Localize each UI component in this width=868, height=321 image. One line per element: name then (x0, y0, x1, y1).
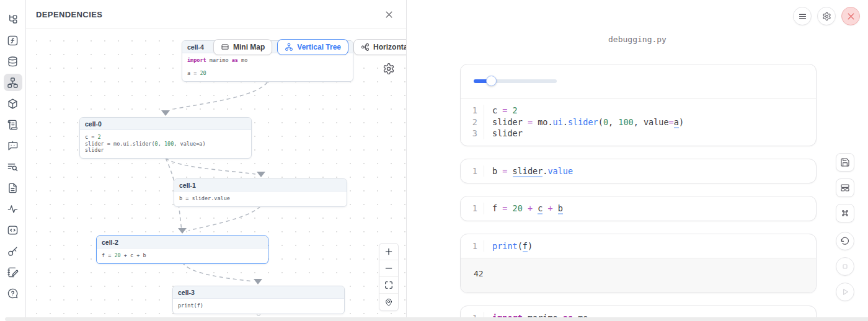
notebook-cell[interactable]: 1b = slider.value (460, 159, 817, 184)
cell-output-slider (461, 64, 816, 99)
graph-settings-gear-icon[interactable] (383, 63, 395, 75)
view-button-vertical-tree[interactable]: Vertical Tree (277, 39, 348, 55)
dependency-graph-canvas[interactable]: cell-4import marimo as mo a = 20cell-0c … (26, 29, 406, 321)
sidebar-item-list-search[interactable] (4, 158, 22, 175)
zoom-control-plus[interactable] (379, 244, 398, 260)
window-button-gear[interactable] (817, 7, 836, 25)
zoom-control-minus[interactable] (379, 260, 398, 277)
view-button-horizontal-tree[interactable]: Horizontal Tree (353, 39, 406, 55)
cell-code-editor[interactable]: 1print(f) (461, 234, 816, 258)
plus-icon (384, 247, 393, 256)
toolbar-button-panels[interactable] (836, 178, 854, 197)
notebook-cell[interactable]: 1print(f)42 (460, 234, 817, 294)
graph-node-code: b = slider.value (174, 191, 347, 206)
sidebar-item-dependency-graph[interactable] (4, 74, 22, 91)
notebook-cell[interactable]: 1f = 20 + c + b (460, 196, 817, 221)
vertical-tree-icon (285, 43, 293, 51)
cell-code-editor[interactable]: 1f = 20 + c + b (461, 196, 816, 221)
graph-node-cell-1[interactable]: cell-1b = slider.value (174, 178, 347, 207)
list-search-icon (7, 161, 19, 173)
notebook-cell[interactable]: 123c = 2slider = mo.ui.slider(0, 100, va… (460, 64, 817, 146)
file-text-icon (7, 182, 19, 194)
sidebar-item-code-block[interactable] (4, 221, 22, 239)
panel-title: DEPENDENCIES (36, 10, 102, 19)
sidebar-item-scroll[interactable] (4, 116, 22, 133)
cell-code-editor[interactable]: 123c = 2slider = mo.ui.slider(0, 100, va… (461, 99, 816, 146)
line-numbers: 1 (461, 240, 484, 252)
sidebar-item-help-circle[interactable] (4, 284, 22, 302)
graph-view-toggle: Mini MapVertical TreeHorizontal Tree (213, 39, 406, 55)
zoom-control-map-pin[interactable] (379, 294, 398, 310)
toolbar-button-undo[interactable] (836, 232, 854, 250)
toolbar-button-command[interactable] (836, 204, 854, 222)
graph-node-label: cell-2 (97, 236, 268, 248)
notebook-side-toolbar (836, 153, 854, 301)
sidebar-item-scratchpad[interactable] (4, 263, 22, 281)
sidebar-item-database[interactable] (4, 53, 22, 70)
view-button-label: Mini Map (233, 43, 265, 51)
view-button-mini-map[interactable]: Mini Map (213, 39, 272, 55)
sidebar-item-key[interactable] (4, 242, 22, 260)
notebook-filename: debugging.py (407, 35, 868, 44)
activity-icon (7, 203, 19, 215)
scratchpad-icon (7, 266, 19, 278)
cell-code-editor[interactable]: 1b = slider.value (461, 159, 816, 183)
window-button-menu[interactable] (793, 7, 812, 25)
toolbar-button-save[interactable] (836, 153, 854, 172)
notebook-cells-column: 123c = 2slider = mo.ui.slider(0, 100, va… (460, 64, 817, 321)
code-lines: f = 20 + c + b (484, 203, 563, 214)
notebook-panel: debugging.py 123c = 2slider = mo.ui.slid… (407, 0, 868, 321)
graph-node-cell-3[interactable]: cell-3print(f) (172, 286, 345, 314)
graph-zoom-controls (379, 243, 399, 311)
graph-node-code: import marimo as mo a = 20 (182, 53, 353, 81)
undo-icon (840, 236, 850, 246)
close-icon (384, 10, 394, 19)
stop-icon (840, 262, 850, 271)
maximize-icon (384, 281, 393, 289)
dependencies-panel: DEPENDENCIES cell-4import marimo as mo a… (26, 0, 407, 321)
horizontal-tree-icon (361, 43, 370, 51)
graph-node-code: c = 2slider = mo.ui.slider(0, 100, value… (80, 130, 251, 158)
sidebar-item-chat-bot[interactable] (4, 137, 22, 154)
map-pin-icon (384, 298, 393, 307)
code-lines: print(f) (484, 240, 533, 252)
chat-bot-icon (7, 140, 19, 152)
code-lines: b = slider.value (484, 165, 573, 177)
function-square-icon (7, 35, 19, 46)
mini-map-icon (221, 43, 229, 51)
graph-node-label: cell-0 (80, 118, 251, 130)
icon-sidebar (0, 0, 26, 321)
zoom-control-maximize[interactable] (379, 277, 398, 294)
sidebar-item-file-tree[interactable] (4, 11, 22, 28)
panel-close-button[interactable] (383, 8, 395, 20)
sidebar-item-function-square[interactable] (4, 32, 22, 49)
horizontal-scrollbar[interactable] (5, 317, 868, 321)
graph-node-cell-0[interactable]: cell-0c = 2slider = mo.ui.slider(0, 100,… (79, 117, 252, 159)
dependencies-header: DEPENDENCIES (26, 0, 406, 29)
graph-node-label: cell-3 (173, 286, 344, 299)
code-block-icon (7, 224, 19, 236)
package-icon (7, 98, 19, 110)
slider-track[interactable] (474, 79, 557, 83)
slider-thumb[interactable] (486, 76, 497, 86)
minus-icon (384, 264, 393, 273)
view-button-label: Vertical Tree (297, 43, 341, 51)
close-icon (846, 12, 856, 21)
save-icon (840, 157, 850, 167)
sidebar-item-package[interactable] (4, 95, 22, 112)
graph-node-cell-2[interactable]: cell-2f = 20 + c + b (96, 235, 268, 264)
dependency-graph-icon (7, 77, 19, 89)
sidebar-item-activity[interactable] (4, 200, 22, 218)
toolbar-button-play (836, 283, 854, 301)
graph-node-code: f = 20 + c + b (97, 248, 268, 263)
window-buttons (793, 7, 860, 25)
database-icon (7, 56, 19, 68)
panels-icon (840, 183, 850, 193)
window-button-close[interactable] (841, 7, 860, 25)
scroll-icon (7, 119, 19, 131)
code-lines: c = 2slider = mo.ui.slider(0, 100, value… (484, 105, 684, 139)
help-circle-icon (7, 288, 19, 299)
view-button-label: Horizontal Tree (373, 43, 406, 51)
sidebar-item-file-text[interactable] (4, 179, 22, 196)
graph-node-label: cell-1 (174, 179, 347, 191)
